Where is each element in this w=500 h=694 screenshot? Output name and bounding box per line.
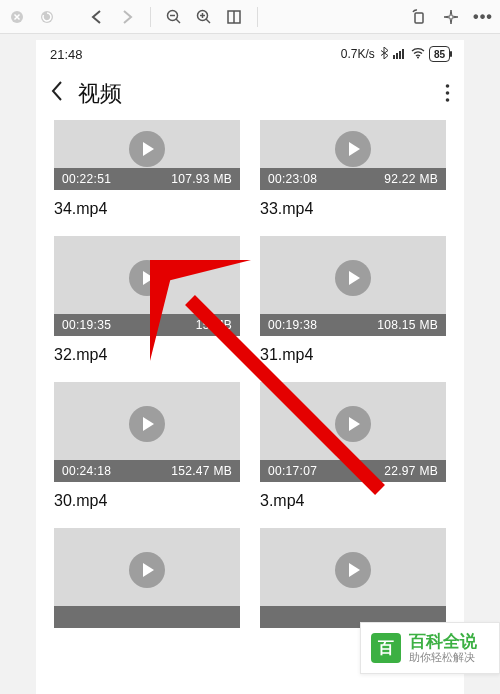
video-thumbnail[interactable]: 00:23:0892.22 MB (260, 120, 446, 190)
net-speed: 0.7K/s (341, 47, 375, 61)
video-item[interactable]: 00:23:0892.22 MB33.mp4 (260, 120, 446, 236)
video-thumbnail[interactable] (260, 528, 446, 628)
video-size: 152.47 MB (171, 464, 232, 478)
video-info-bar: 00:19:3515 MB (54, 314, 240, 336)
video-item[interactable]: 00:24:18152.47 MB30.mp4 (54, 382, 240, 528)
clock: 21:48 (50, 47, 83, 62)
browser-toolbar: ••• (0, 0, 500, 34)
svg-point-16 (417, 56, 419, 58)
status-bar: 21:48 0.7K/s 85 (36, 40, 464, 68)
refresh-icon[interactable] (38, 8, 56, 26)
play-icon (129, 131, 165, 167)
video-item[interactable]: 00:22:51107.93 MB34.mp4 (54, 120, 240, 236)
play-icon (335, 552, 371, 588)
video-info-bar: 00:24:18152.47 MB (54, 460, 240, 482)
nav-forward-icon[interactable] (118, 8, 136, 26)
signal-icon (393, 47, 407, 62)
video-size: 22.97 MB (384, 464, 438, 478)
video-info-bar: 00:17:0722.97 MB (260, 460, 446, 482)
svg-rect-13 (396, 53, 398, 59)
watermark-title: 百科全说 (409, 633, 477, 652)
video-filename: 34.mp4 (54, 200, 240, 218)
video-item[interactable]: 00:19:38108.15 MB31.mp4 (260, 236, 446, 382)
app-header: 视频 (36, 68, 464, 120)
video-thumbnail[interactable] (54, 528, 240, 628)
svg-rect-15 (402, 49, 404, 59)
zoom-in-icon[interactable] (195, 8, 213, 26)
video-item[interactable]: 00:19:3515 MB32.mp4 (54, 236, 240, 382)
video-thumbnail[interactable]: 00:19:38108.15 MB (260, 236, 446, 336)
svg-rect-14 (399, 51, 401, 59)
video-filename: 3.mp4 (260, 492, 446, 510)
rotate-icon[interactable] (410, 8, 428, 26)
phone-frame: 21:48 0.7K/s 85 视频 00:22:51107.93 MB34.m… (36, 40, 464, 694)
video-duration: 00:19:38 (268, 318, 317, 332)
video-thumbnail[interactable]: 00:24:18152.47 MB (54, 382, 240, 482)
video-duration: 00:17:07 (268, 464, 317, 478)
play-icon (129, 260, 165, 296)
video-info-bar: 00:19:38108.15 MB (260, 314, 446, 336)
wifi-icon (411, 47, 425, 62)
more-icon[interactable]: ••• (474, 8, 492, 26)
video-duration: 00:19:35 (62, 318, 111, 332)
back-button[interactable] (50, 80, 64, 108)
video-filename: 33.mp4 (260, 200, 446, 218)
play-icon (335, 260, 371, 296)
video-item[interactable] (54, 528, 240, 656)
play-icon (335, 131, 371, 167)
watermark-logo: 百 (371, 633, 401, 663)
bluetooth-icon (379, 47, 389, 62)
play-icon (129, 406, 165, 442)
play-icon (335, 406, 371, 442)
video-duration: 00:23:08 (268, 172, 317, 186)
watermark-subtitle: 助你轻松解决 (409, 651, 477, 663)
menu-button[interactable] (445, 83, 450, 106)
fit-width-icon[interactable] (225, 8, 243, 26)
watermark-badge: 百 百科全说 助你轻松解决 (360, 622, 500, 674)
video-filename: 31.mp4 (260, 346, 446, 364)
sparkle-icon[interactable] (442, 8, 460, 26)
video-filename: 32.mp4 (54, 346, 240, 364)
svg-point-18 (446, 91, 450, 95)
video-duration: 00:24:18 (62, 464, 111, 478)
video-thumbnail[interactable]: 00:17:0722.97 MB (260, 382, 446, 482)
video-size: 107.93 MB (171, 172, 232, 186)
svg-rect-11 (415, 13, 423, 23)
svg-line-3 (176, 19, 180, 23)
video-info-bar: 00:22:51107.93 MB (54, 168, 240, 190)
video-size: 92.22 MB (384, 172, 438, 186)
svg-line-6 (206, 19, 210, 23)
battery-indicator: 85 (429, 46, 450, 62)
svg-point-19 (446, 98, 450, 102)
video-size: 15 MB (196, 318, 232, 332)
zoom-out-icon[interactable] (165, 8, 183, 26)
video-info-bar: 00:23:0892.22 MB (260, 168, 446, 190)
svg-point-17 (446, 84, 450, 88)
video-size: 108.15 MB (377, 318, 438, 332)
video-thumbnail[interactable]: 00:22:51107.93 MB (54, 120, 240, 190)
video-thumbnail[interactable]: 00:19:3515 MB (54, 236, 240, 336)
page-title: 视频 (78, 79, 431, 109)
close-tab-icon[interactable] (8, 8, 26, 26)
svg-rect-12 (393, 55, 395, 59)
play-icon (129, 552, 165, 588)
video-item[interactable]: 00:17:0722.97 MB3.mp4 (260, 382, 446, 528)
video-duration: 00:22:51 (62, 172, 111, 186)
video-grid-container[interactable]: 00:22:51107.93 MB34.mp400:23:0892.22 MB3… (36, 120, 464, 694)
video-filename: 30.mp4 (54, 492, 240, 510)
video-info-bar (54, 606, 240, 628)
nav-back-icon[interactable] (88, 8, 106, 26)
